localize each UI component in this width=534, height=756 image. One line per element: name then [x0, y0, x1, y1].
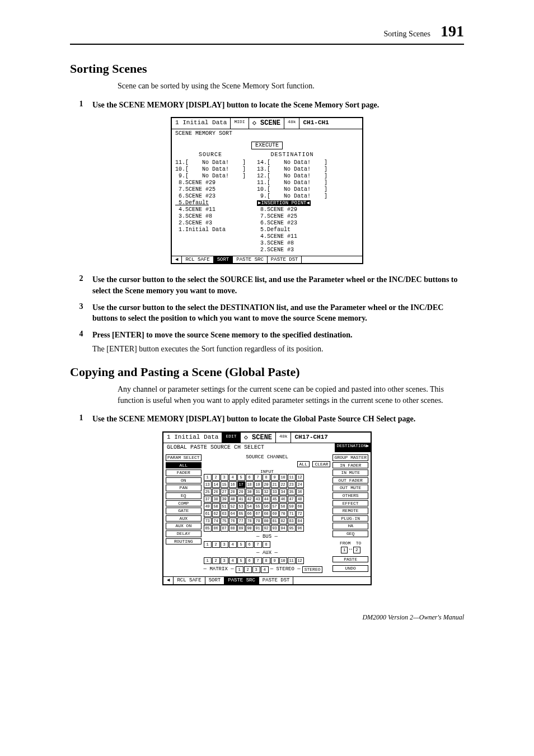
channel-cell[interactable]: 21	[271, 481, 279, 488]
group-button[interactable]: IN FADER	[332, 462, 368, 469]
channel-cell[interactable]: 16	[229, 481, 237, 488]
destination-list[interactable]: 14.[ No Data! ]13.[ No Data! ]12.[ No Da…	[257, 159, 327, 253]
tab[interactable]: SORT	[214, 256, 233, 264]
channel-cell[interactable]: 7	[254, 541, 262, 548]
channel-cell[interactable]: 69	[271, 510, 279, 517]
destination-item[interactable]: 13.[ No Data! ]	[257, 166, 327, 173]
channel-cell[interactable]: 14	[212, 481, 220, 488]
bus-grid[interactable]: 12345678	[204, 541, 331, 548]
aux-grid[interactable]: 123456789101112	[204, 557, 331, 564]
channel-cell[interactable]: 67	[254, 510, 262, 517]
source-item[interactable]: 5.Default	[175, 200, 246, 206]
destination-item[interactable]: 9.[ No Data! ]	[257, 193, 327, 200]
destination-item[interactable]: 3.SCENE #8	[257, 240, 327, 247]
channel-cell[interactable]: 9	[271, 557, 279, 564]
channel-cell[interactable]: 37	[204, 496, 212, 503]
channel-cell[interactable]: 89	[237, 525, 245, 532]
source-item[interactable]: 7.SCENE #25	[175, 186, 246, 193]
param-button[interactable]: ON	[166, 477, 202, 484]
channel-cell[interactable]: 83	[288, 518, 296, 524]
channel-cell[interactable]: 88	[229, 525, 237, 532]
source-item[interactable]: 9.[ No Data! ]	[175, 173, 246, 180]
param-button[interactable]: COMP	[166, 500, 202, 507]
channel-cell[interactable]: 1	[236, 566, 243, 573]
destination-item[interactable]: 2.SCENE #3	[257, 247, 327, 253]
channel-cell[interactable]: 4	[261, 566, 269, 573]
source-item[interactable]: 10.[ No Data! ]	[175, 166, 246, 173]
channel-cell[interactable]: 48	[296, 496, 304, 503]
destination-item[interactable]: 12.[ No Data! ]	[257, 173, 327, 180]
channel-cell[interactable]: 39	[221, 496, 228, 503]
channel-cell[interactable]: 74	[212, 518, 220, 524]
channel-cell[interactable]: 66	[246, 510, 254, 517]
source-item[interactable]: 3.SCENE #8	[175, 213, 246, 220]
tab[interactable]: ◀	[172, 256, 182, 264]
group-button[interactable]: OTHERS	[332, 492, 368, 499]
destination-item[interactable]: 5.Default	[257, 227, 327, 233]
channel-cell[interactable]: 25	[204, 489, 212, 495]
channel-cell[interactable]: 94	[279, 525, 287, 532]
channel-cell[interactable]: 8	[263, 541, 270, 548]
tab[interactable]: RCL SAFE	[182, 256, 213, 264]
channel-cell[interactable]: 62	[212, 510, 220, 517]
destination-item[interactable]: 11.[ No Data! ]	[257, 180, 327, 186]
channel-cell[interactable]: 1	[204, 541, 212, 548]
channel-cell[interactable]: 82	[279, 518, 287, 524]
channel-cell[interactable]: 26	[212, 489, 220, 495]
channel-cell[interactable]: 12	[296, 474, 304, 481]
channel-cell[interactable]: 17	[237, 481, 245, 488]
stereo-button[interactable]: STEREO	[302, 566, 323, 573]
channel-cell[interactable]: 72	[296, 510, 304, 517]
lcd-tabs[interactable]: ◀RCL SAFESORTPASTE SRCPASTE DST	[172, 256, 362, 264]
channel-cell[interactable]: 71	[288, 510, 296, 517]
to-value[interactable]: 2	[353, 547, 360, 553]
channel-cell[interactable]: 38	[212, 496, 220, 503]
channel-cell[interactable]: 2	[244, 566, 252, 573]
destination-item[interactable]: 4.SCENE #11	[257, 233, 327, 240]
channel-cell[interactable]: 93	[271, 525, 279, 532]
channel-cell[interactable]: 51	[221, 503, 228, 510]
channel-cell[interactable]: 10	[279, 474, 287, 481]
channel-cell[interactable]: 6	[246, 474, 254, 481]
channel-cell[interactable]: 28	[229, 489, 237, 495]
channel-cell[interactable]: 8	[263, 557, 270, 564]
channel-cell[interactable]: 55	[254, 503, 262, 510]
destination-tab[interactable]: DESTINATION▶	[335, 443, 371, 452]
channel-cell[interactable]: 44	[263, 496, 270, 503]
group-button[interactable]: GEQ	[332, 530, 368, 537]
channel-cell[interactable]: 50	[212, 503, 220, 510]
channel-cell[interactable]: 57	[271, 503, 279, 510]
clear-button[interactable]: CLEAR	[312, 461, 330, 467]
channel-cell[interactable]: 54	[246, 503, 254, 510]
channel-cell[interactable]: 70	[279, 510, 287, 517]
source-item[interactable]: 1.Initial Data	[175, 227, 246, 233]
group-button[interactable]: PLUG-IN	[332, 515, 368, 522]
tab[interactable]: ◀	[163, 577, 174, 584]
channel-cell[interactable]: 3	[221, 557, 228, 564]
source-item[interactable]: 2.SCENE #3	[175, 220, 246, 227]
source-list[interactable]: 11.[ No Data! ]10.[ No Data! ] 9.[ No Da…	[175, 159, 246, 233]
channel-cell[interactable]: 18	[246, 481, 254, 488]
channel-cell[interactable]: 31	[254, 489, 262, 495]
channel-cell[interactable]: 81	[271, 518, 279, 524]
channel-cell[interactable]: 79	[254, 518, 262, 524]
channel-cell[interactable]: 77	[237, 518, 245, 524]
channel-cell[interactable]: 3	[252, 566, 260, 573]
param-button[interactable]: AUX	[166, 515, 202, 522]
channel-cell[interactable]: 2	[212, 557, 220, 564]
channel-cell[interactable]: 47	[288, 496, 296, 503]
all-button[interactable]: ALL	[297, 461, 310, 467]
channel-cell[interactable]: 9	[271, 474, 279, 481]
lcd-tabs[interactable]: ◀RCL SAFESORTPASTE SRCPASTE DST	[163, 576, 371, 584]
channel-cell[interactable]: 96	[296, 525, 304, 532]
matrix-grid[interactable]: 1234	[236, 566, 269, 573]
param-button[interactable]: ALL	[166, 462, 202, 469]
param-button[interactable]: PAN	[166, 485, 202, 491]
param-button[interactable]: PARAM SELECT	[166, 454, 202, 461]
channel-cell[interactable]: 42	[246, 496, 254, 503]
channel-cell[interactable]: 5	[237, 557, 245, 564]
channel-cell[interactable]: 58	[279, 503, 287, 510]
channel-cell[interactable]: 27	[221, 489, 228, 495]
channel-cell[interactable]: 68	[263, 510, 270, 517]
channel-cell[interactable]: 6	[246, 541, 254, 548]
